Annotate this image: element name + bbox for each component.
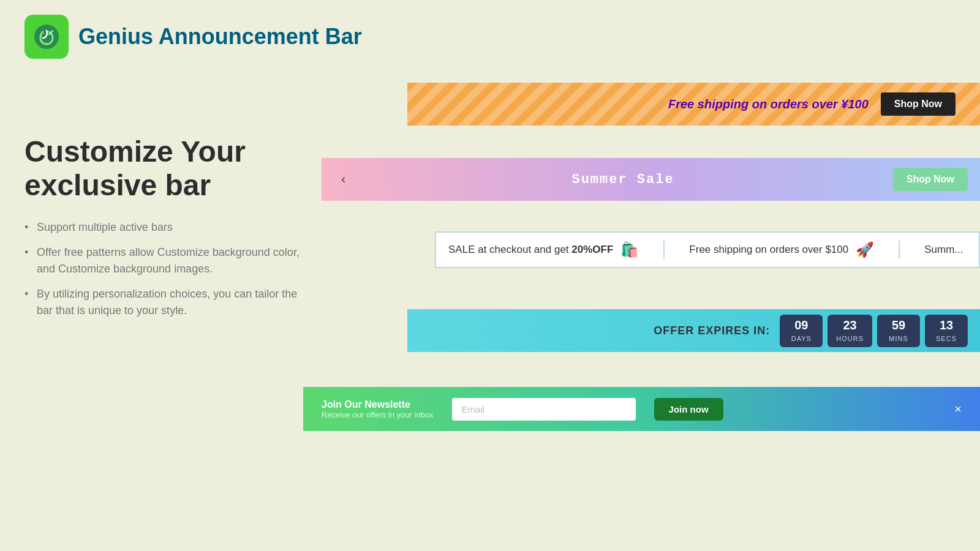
orange-bar-text: Free shipping on orders over ¥100 [668, 97, 869, 111]
main-heading: Customize Your exclusive bar [24, 135, 306, 202]
countdown-units: 09 DAYS 23 HOURS 59 MINS 13 SECS [780, 315, 968, 347]
countdown-days: 09 DAYS [780, 315, 823, 347]
newsletter-email-input[interactable] [452, 398, 636, 421]
announcement-bar-countdown: OFFER EXPIRES IN: 09 DAYS 23 HOURS 59 MI… [407, 309, 980, 352]
ticker-text-3: Summ... [924, 244, 963, 256]
pink-bar-text: Summer Sale [365, 172, 880, 187]
ticker-content: SALE at checkout and get 20%OFF 🛍️ Free … [436, 241, 976, 259]
countdown-mins: 59 MINS [877, 315, 920, 347]
announcement-bar-ticker: SALE at checkout and get 20%OFF 🛍️ Free … [435, 231, 980, 268]
countdown-hours: 23 HOURS [827, 315, 872, 347]
ticker-emoji-2: 🚀 [856, 241, 874, 258]
countdown-label: OFFER EXPIRES IN: [654, 324, 770, 337]
ticker-text-1: SALE at checkout and get 20%OFF [448, 244, 613, 256]
ticker-divider-2 [899, 241, 900, 259]
pink-bar-shop-button[interactable]: Shop Now [893, 168, 968, 191]
orange-bar-shop-button[interactable]: Shop Now [881, 92, 956, 116]
app-title: Genius Announcement Bar [78, 24, 362, 50]
announcement-bar-orange: Free shipping on orders over ¥100 Shop N… [407, 83, 980, 126]
newsletter-join-button[interactable]: Join now [654, 398, 723, 421]
ticker-item-1: SALE at checkout and get 20%OFF 🛍️ [448, 241, 639, 258]
pink-bar-prev-arrow[interactable]: ‹ [334, 167, 353, 192]
announcement-bar-pink: ‹ Summer Sale Shop Now [322, 158, 980, 201]
newsletter-title: Join Our Newslette [322, 399, 434, 410]
ticker-item-2: Free shipping on orders over $100 🚀 [689, 241, 874, 258]
newsletter-subtitle: Receive our offers in your inbox [322, 410, 434, 419]
left-content: Customize Your exclusive bar Support mul… [24, 135, 306, 328]
feature-item-2: Offer free patterns allow Customize back… [24, 244, 306, 277]
ticker-divider-1 [663, 241, 665, 259]
feature-item-1: Support multiple active bars [24, 219, 306, 236]
ticker-text-2: Free shipping on orders over $100 [689, 244, 848, 256]
countdown-secs: 13 SECS [925, 315, 968, 347]
logo [24, 15, 69, 59]
newsletter-close-button[interactable]: × [954, 402, 962, 416]
ticker-item-3: Summ... [924, 244, 963, 256]
header: Genius Announcement Bar [0, 0, 980, 73]
ticker-emoji-1: 🛍️ [620, 241, 639, 258]
announcement-bar-newsletter: Join Our Newslette Receive our offers in… [303, 387, 980, 431]
logo-icon [32, 22, 61, 51]
newsletter-text-group: Join Our Newslette Receive our offers in… [322, 399, 434, 419]
feature-list: Support multiple active bars Offer free … [24, 219, 306, 319]
feature-item-3: By utilizing personalization choices, yo… [24, 286, 306, 319]
